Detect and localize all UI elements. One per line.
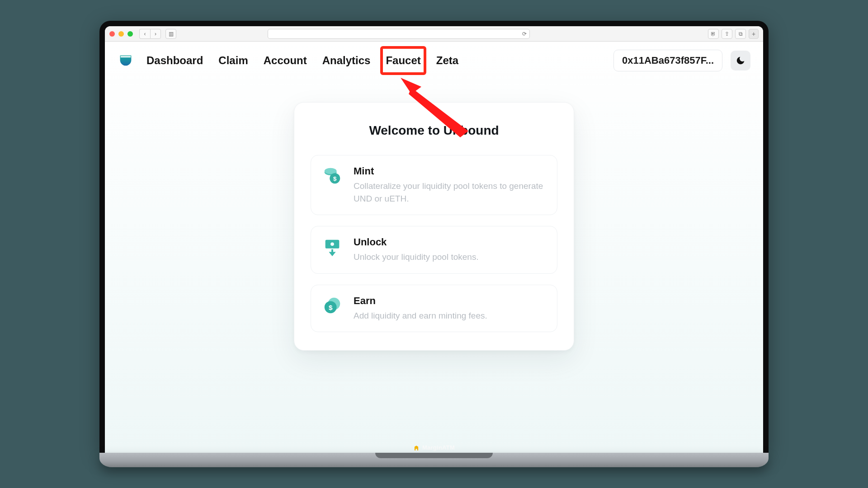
page-body: Dashboard Claim Account Analytics Faucet… — [105, 42, 763, 453]
nav-item-claim[interactable]: Claim — [218, 52, 248, 70]
unlock-icon — [322, 236, 343, 257]
moon-icon — [736, 56, 745, 66]
chevron-left-icon: ‹ — [144, 31, 146, 37]
chevron-right-icon: › — [155, 31, 156, 37]
main-nav: Dashboard Claim Account Analytics Faucet… — [146, 52, 458, 70]
svg-marker-9 — [329, 252, 335, 257]
option-desc: Add liquidity and earn minting fees. — [354, 310, 546, 322]
back-button[interactable]: ‹ — [139, 29, 150, 39]
nav-item-zeta[interactable]: Zeta — [436, 52, 458, 70]
tabs-button[interactable]: ⧉ — [735, 29, 746, 39]
earn-icon: $ — [322, 295, 343, 316]
maximize-window-button[interactable] — [127, 31, 133, 37]
nav-item-faucet[interactable]: Faucet — [386, 52, 420, 70]
forward-button[interactable]: › — [150, 29, 161, 39]
svg-point-3 — [325, 168, 337, 174]
nav-item-dashboard[interactable]: Dashboard — [146, 52, 203, 70]
close-window-button[interactable] — [109, 31, 115, 37]
share-icon: ⇪ — [725, 31, 729, 37]
browser-chrome: ‹ › ▥ ⟳ ⛨ ⇪ — [105, 26, 763, 42]
plus-icon: + — [752, 30, 755, 38]
laptop-base — [99, 453, 769, 467]
wallet-address-button[interactable]: 0x11ABa673f857F... — [613, 50, 722, 71]
screen: ‹ › ▥ ⟳ ⛨ ⇪ — [105, 26, 763, 453]
option-desc: Unlock your liquidity pool tokens. — [354, 251, 546, 263]
option-title: Unlock — [354, 236, 546, 248]
reload-icon[interactable]: ⟳ — [522, 31, 527, 37]
minimize-window-button[interactable] — [118, 31, 124, 37]
shield-button[interactable]: ⛨ — [708, 29, 719, 39]
option-mint[interactable]: $ Mint Collateralize your liquidity pool… — [311, 155, 557, 215]
sidebar-icon: ▥ — [169, 31, 174, 37]
nav-item-account[interactable]: Account — [264, 52, 307, 70]
laptop-frame: ‹ › ▥ ⟳ ⛨ ⇪ — [99, 21, 769, 467]
unbound-logo-icon — [118, 52, 134, 69]
svg-point-7 — [330, 243, 334, 246]
history-nav: ‹ › — [139, 29, 161, 39]
option-earn[interactable]: $ Earn Add liquidity and earn minting fe… — [311, 285, 557, 333]
option-title: Mint — [354, 165, 546, 177]
card-title: Welcome to Unbound — [311, 123, 557, 138]
nav-item-analytics[interactable]: Analytics — [322, 52, 371, 70]
app-header: Dashboard Claim Account Analytics Faucet… — [105, 42, 763, 77]
address-bar[interactable]: ⟳ — [268, 29, 530, 39]
new-tab-button[interactable]: + — [749, 29, 759, 39]
screen-bezel: ‹ › ▥ ⟳ ⛨ ⇪ — [99, 21, 769, 453]
tabs-icon: ⧉ — [739, 31, 743, 37]
svg-text:$: $ — [333, 175, 337, 182]
app-logo[interactable] — [118, 52, 134, 69]
sidebar-toggle-button[interactable]: ▥ — [165, 29, 176, 39]
window-controls — [109, 31, 133, 37]
svg-marker-0 — [401, 78, 421, 94]
theme-toggle-button[interactable] — [731, 51, 750, 70]
shield-icon: ⛨ — [711, 31, 716, 37]
option-desc: Collateralize your liquidity pool tokens… — [354, 180, 546, 205]
welcome-card: Welcome to Unbound $ Mint — [294, 102, 574, 351]
svg-text:$: $ — [329, 303, 333, 311]
option-title: Earn — [354, 295, 546, 307]
option-unlock[interactable]: Unlock Unlock your liquidity pool tokens… — [311, 226, 557, 274]
mint-icon: $ — [322, 165, 343, 186]
share-button[interactable]: ⇪ — [722, 29, 732, 39]
